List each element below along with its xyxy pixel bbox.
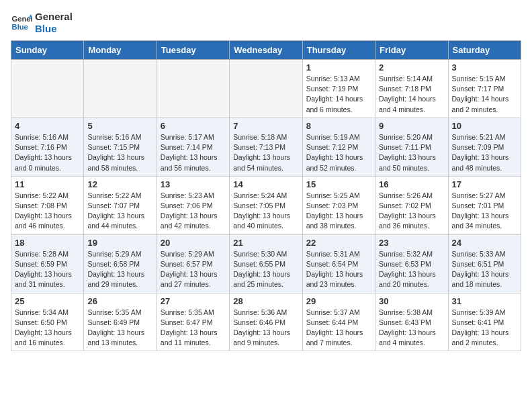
day-number: 12 [87,179,152,189]
day-info: Sunrise: 5:38 AMSunset: 6:43 PMDaylight:… [379,308,444,349]
day-number: 11 [15,179,80,189]
day-info: Sunrise: 5:25 AMSunset: 7:03 PMDaylight:… [306,191,371,232]
col-header-wednesday: Wednesday [230,41,302,60]
day-cell: 19 Sunrise: 5:29 AMSunset: 6:58 PMDaylig… [84,234,157,293]
day-number: 28 [233,296,298,306]
day-number: 6 [161,121,226,131]
day-cell: 31 Sunrise: 5:39 AMSunset: 6:41 PMDaylig… [448,293,521,351]
day-cell: 5 Sunrise: 5:16 AMSunset: 7:15 PMDayligh… [84,118,157,176]
day-info: Sunrise: 5:36 AMSunset: 6:46 PMDaylight:… [233,308,298,349]
day-cell: 22 Sunrise: 5:31 AMSunset: 6:54 PMDaylig… [302,234,375,293]
day-number: 2 [379,62,444,73]
day-number: 30 [379,296,444,306]
day-cell: 24 Sunrise: 5:33 AMSunset: 6:51 PMDaylig… [448,234,521,293]
day-cell [157,60,229,118]
day-info: Sunrise: 5:14 AMSunset: 7:18 PMDaylight:… [379,74,444,115]
day-cell: 28 Sunrise: 5:36 AMSunset: 6:46 PMDaylig… [230,293,302,351]
day-info: Sunrise: 5:15 AMSunset: 7:17 PMDaylight:… [452,74,517,115]
day-number: 26 [87,296,152,306]
logo-blue: Blue [35,23,73,35]
day-info: Sunrise: 5:28 AMSunset: 6:59 PMDaylight:… [15,249,80,290]
day-info: Sunrise: 5:19 AMSunset: 7:12 PMDaylight:… [306,132,371,173]
day-info: Sunrise: 5:26 AMSunset: 7:02 PMDaylight:… [379,191,444,232]
day-info: Sunrise: 5:29 AMSunset: 6:57 PMDaylight:… [161,249,226,290]
day-number: 22 [306,238,371,248]
header-row: SundayMondayTuesdayWednesdayThursdayFrid… [11,41,521,60]
day-number: 29 [306,296,371,306]
col-header-tuesday: Tuesday [157,41,229,60]
day-number: 25 [15,296,80,306]
day-cell: 29 Sunrise: 5:37 AMSunset: 6:44 PMDaylig… [302,293,375,351]
day-number: 9 [379,121,444,131]
svg-text:Blue: Blue [12,23,28,31]
day-cell: 3 Sunrise: 5:15 AMSunset: 7:17 PMDayligh… [448,60,521,118]
day-number: 10 [452,121,517,131]
day-cell: 2 Sunrise: 5:14 AMSunset: 7:18 PMDayligh… [375,60,448,118]
day-cell: 8 Sunrise: 5:19 AMSunset: 7:12 PMDayligh… [302,118,375,176]
day-number: 24 [452,238,517,248]
day-cell: 11 Sunrise: 5:22 AMSunset: 7:08 PMDaylig… [11,176,84,234]
day-info: Sunrise: 5:21 AMSunset: 7:09 PMDaylight:… [452,132,517,173]
logo: General Blue General Blue [11,11,73,35]
page-header: General Blue General Blue [11,11,521,35]
day-number: 4 [15,121,80,131]
week-row-3: 11 Sunrise: 5:22 AMSunset: 7:08 PMDaylig… [11,176,521,234]
day-cell: 26 Sunrise: 5:35 AMSunset: 6:49 PMDaylig… [84,293,157,351]
day-cell [11,60,84,118]
day-info: Sunrise: 5:31 AMSunset: 6:54 PMDaylight:… [306,249,371,290]
day-info: Sunrise: 5:18 AMSunset: 7:13 PMDaylight:… [233,132,298,173]
day-number: 31 [452,296,517,306]
week-row-4: 18 Sunrise: 5:28 AMSunset: 6:59 PMDaylig… [11,234,521,293]
day-info: Sunrise: 5:32 AMSunset: 6:53 PMDaylight:… [379,249,444,290]
day-number: 27 [161,296,226,306]
day-cell: 25 Sunrise: 5:34 AMSunset: 6:50 PMDaylig… [11,293,84,351]
col-header-monday: Monday [84,41,157,60]
day-cell: 13 Sunrise: 5:23 AMSunset: 7:06 PMDaylig… [157,176,229,234]
week-row-1: 1 Sunrise: 5:13 AMSunset: 7:19 PMDayligh… [11,60,521,118]
week-row-5: 25 Sunrise: 5:34 AMSunset: 6:50 PMDaylig… [11,293,521,351]
day-info: Sunrise: 5:22 AMSunset: 7:08 PMDaylight:… [15,191,80,232]
day-number: 21 [233,238,298,248]
day-number: 8 [306,121,371,131]
logo-general: General [35,11,73,23]
day-info: Sunrise: 5:17 AMSunset: 7:14 PMDaylight:… [161,132,226,173]
day-number: 23 [379,238,444,248]
day-cell: 12 Sunrise: 5:22 AMSunset: 7:07 PMDaylig… [84,176,157,234]
day-number: 20 [161,238,226,248]
svg-text:General: General [12,15,32,23]
day-info: Sunrise: 5:29 AMSunset: 6:58 PMDaylight:… [87,249,152,290]
day-cell: 9 Sunrise: 5:20 AMSunset: 7:11 PMDayligh… [375,118,448,176]
day-info: Sunrise: 5:27 AMSunset: 7:01 PMDaylight:… [452,191,517,232]
day-info: Sunrise: 5:22 AMSunset: 7:07 PMDaylight:… [87,191,152,232]
col-header-friday: Friday [375,41,448,60]
day-cell: 14 Sunrise: 5:24 AMSunset: 7:05 PMDaylig… [230,176,302,234]
day-info: Sunrise: 5:33 AMSunset: 6:51 PMDaylight:… [452,249,517,290]
day-cell: 7 Sunrise: 5:18 AMSunset: 7:13 PMDayligh… [230,118,302,176]
day-number: 19 [87,238,152,248]
day-cell: 21 Sunrise: 5:30 AMSunset: 6:55 PMDaylig… [230,234,302,293]
day-cell: 18 Sunrise: 5:28 AMSunset: 6:59 PMDaylig… [11,234,84,293]
day-cell: 10 Sunrise: 5:21 AMSunset: 7:09 PMDaylig… [448,118,521,176]
logo-icon: General Blue [11,12,32,34]
calendar-table: SundayMondayTuesdayWednesdayThursdayFrid… [11,40,521,351]
day-info: Sunrise: 5:23 AMSunset: 7:06 PMDaylight:… [161,191,226,232]
day-number: 1 [306,62,371,73]
day-info: Sunrise: 5:24 AMSunset: 7:05 PMDaylight:… [233,191,298,232]
day-cell: 30 Sunrise: 5:38 AMSunset: 6:43 PMDaylig… [375,293,448,351]
day-cell [84,60,157,118]
day-cell: 23 Sunrise: 5:32 AMSunset: 6:53 PMDaylig… [375,234,448,293]
day-number: 15 [306,179,371,189]
col-header-thursday: Thursday [302,41,375,60]
day-cell: 17 Sunrise: 5:27 AMSunset: 7:01 PMDaylig… [448,176,521,234]
day-cell [230,60,302,118]
day-info: Sunrise: 5:39 AMSunset: 6:41 PMDaylight:… [452,308,517,349]
day-number: 14 [233,179,298,189]
day-cell: 1 Sunrise: 5:13 AMSunset: 7:19 PMDayligh… [302,60,375,118]
day-cell: 16 Sunrise: 5:26 AMSunset: 7:02 PMDaylig… [375,176,448,234]
day-cell: 27 Sunrise: 5:35 AMSunset: 6:47 PMDaylig… [157,293,229,351]
day-info: Sunrise: 5:16 AMSunset: 7:15 PMDaylight:… [87,132,152,173]
day-number: 5 [87,121,152,131]
day-info: Sunrise: 5:35 AMSunset: 6:47 PMDaylight:… [161,308,226,349]
day-cell: 20 Sunrise: 5:29 AMSunset: 6:57 PMDaylig… [157,234,229,293]
day-number: 3 [452,62,517,73]
